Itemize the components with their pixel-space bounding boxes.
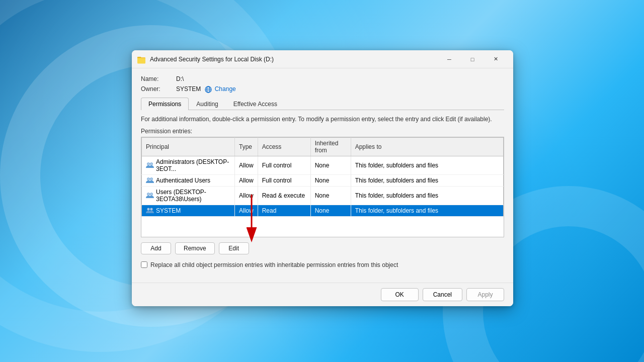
minimize-button[interactable]: ─ <box>438 52 461 67</box>
table-row[interactable]: Authenticated UsersAllowFull controlNone… <box>142 174 504 186</box>
principal-cell: Users (DESKTOP-3EOTA38\Users) <box>142 186 235 205</box>
table-wrapper: Principal Type Access Inherited from App… <box>141 137 504 237</box>
principal-name: Administrators (DESKTOP-3EOT... <box>156 158 230 172</box>
svg-point-15 <box>150 177 152 179</box>
user-icon <box>146 177 154 184</box>
checkbox-label: Replace all child object permission entr… <box>150 261 398 268</box>
table-row[interactable]: Administrators (DESKTOP-3EOT...AllowFull… <box>142 156 504 174</box>
type-cell: Allow <box>235 186 258 205</box>
svg-point-18 <box>147 193 149 195</box>
dialog-window: Advanced Security Settings for Local Dis… <box>132 50 513 306</box>
principal-name: Authenticated Users <box>156 177 210 184</box>
ok-button[interactable]: OK <box>381 288 419 301</box>
maximize-button[interactable]: □ <box>461 52 484 67</box>
principal-name: Users (DESKTOP-3EOTA38\Users) <box>156 189 230 203</box>
name-row: Name: D:\ <box>141 75 504 82</box>
col-principal: Principal <box>142 137 235 156</box>
type-cell: Allow <box>235 205 258 216</box>
permission-entries-label: Permission entries: <box>141 128 504 135</box>
type-cell: Allow <box>235 156 258 174</box>
table-row[interactable]: Users (DESKTOP-3EOTA38\Users)AllowRead &… <box>142 186 504 205</box>
folder-icon <box>137 55 146 64</box>
title-bar: Advanced Security Settings for Local Dis… <box>132 50 513 68</box>
user-icon <box>146 207 154 214</box>
name-label: Name: <box>141 75 176 82</box>
principal-cell: Authenticated Users <box>142 174 235 186</box>
col-type: Type <box>235 137 258 156</box>
table-action-buttons: Add Remove Edit <box>141 242 504 254</box>
owner-label: Owner: <box>141 85 176 93</box>
tab-effective-access[interactable]: Effective Access <box>226 98 285 110</box>
edit-button[interactable]: Edit <box>219 242 249 254</box>
inherited-cell: None <box>310 174 351 186</box>
inherited-cell: None <box>310 186 351 205</box>
svg-point-10 <box>147 162 149 164</box>
svg-point-14 <box>147 177 149 179</box>
change-owner-link[interactable]: Change <box>205 85 235 93</box>
inherited-cell: None <box>310 156 351 174</box>
cancel-button[interactable]: Cancel <box>423 288 462 301</box>
svg-point-23 <box>150 208 152 210</box>
svg-point-22 <box>147 208 149 210</box>
name-value: D:\ <box>176 75 184 82</box>
type-cell: Allow <box>235 174 258 186</box>
user-icon <box>146 192 154 199</box>
apply-button[interactable]: Apply <box>466 288 504 301</box>
tab-bar: Permissions Auditing Effective Access <box>141 97 504 110</box>
dialog-title: Advanced Security Settings for Local Dis… <box>150 56 438 63</box>
applies-cell: This folder, subfolders and files <box>351 186 503 205</box>
user-icon <box>146 162 154 169</box>
owner-row: Owner: SYSTEM Change <box>141 85 504 93</box>
checkbox-row: Replace all child object permission entr… <box>141 261 504 268</box>
bottom-buttons: OK Cancel Apply <box>132 283 513 306</box>
col-access: Access <box>258 137 310 156</box>
access-cell: Full control <box>258 156 310 174</box>
svg-point-19 <box>150 193 152 195</box>
principal-cell: Administrators (DESKTOP-3EOT... <box>142 156 235 174</box>
access-cell: Full control <box>258 174 310 186</box>
tab-auditing[interactable]: Auditing <box>189 98 225 110</box>
permission-table-container[interactable]: Principal Type Access Inherited from App… <box>141 137 504 237</box>
permission-table: Principal Type Access Inherited from App… <box>141 137 504 217</box>
col-inherited: Inherited from <box>310 137 351 156</box>
info-text: For additional information, double-click… <box>141 115 504 124</box>
owner-value: SYSTEM <box>176 85 201 93</box>
access-cell: Read & execute <box>258 186 310 205</box>
add-button[interactable]: Add <box>141 242 171 254</box>
principal-name: SYSTEM <box>156 207 181 214</box>
remove-button[interactable]: Remove <box>175 242 215 254</box>
applies-cell: This folder, subfolders and files <box>351 205 503 216</box>
principal-cell: SYSTEM <box>142 205 235 216</box>
replace-permissions-checkbox[interactable] <box>141 261 147 268</box>
svg-point-11 <box>150 162 152 164</box>
applies-cell: This folder, subfolders and files <box>351 174 503 186</box>
tab-permissions[interactable]: Permissions <box>141 98 189 110</box>
change-link-text: Change <box>215 85 236 93</box>
inherited-cell: None <box>310 205 351 216</box>
col-applies: Applies to <box>351 137 503 156</box>
applies-cell: This folder, subfolders and files <box>351 156 503 174</box>
close-button[interactable]: ✕ <box>484 52 507 67</box>
table-row[interactable]: SYSTEMAllowReadNoneThis folder, subfolde… <box>142 205 504 216</box>
window-controls: ─ □ ✕ <box>438 52 507 67</box>
access-cell: Read <box>258 205 310 216</box>
dialog-body: Name: D:\ Owner: SYSTEM Change Permissio… <box>132 68 513 283</box>
